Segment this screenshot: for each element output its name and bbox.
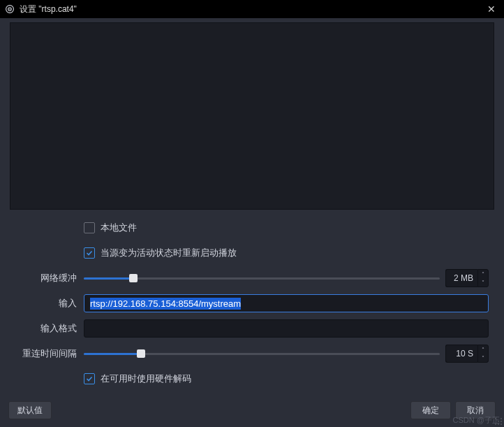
resize-grip[interactable]: [495, 418, 503, 426]
bottom-bar: 默认值 确定 取消: [0, 396, 504, 427]
restart-playback-checkbox[interactable]: 当源变为活动状态时重新启动播放: [84, 247, 489, 259]
buffer-value: 2 MB: [445, 269, 477, 287]
reconnect-slider[interactable]: [84, 348, 440, 359]
checkbox-icon: [84, 222, 95, 233]
hw-decode-label: 在可用时使用硬件解码: [101, 372, 191, 385]
properties-form: 本地文件 当源变为活动状态时重新启动播放 网络缓冲 2 MB ˄ ˅: [0, 215, 504, 389]
window-title: 设置 "rtsp.cat4": [20, 3, 77, 15]
input-value: rtsp://192.168.75.154:8554/mystream: [90, 298, 241, 310]
svg-point-2: [9, 8, 10, 10]
preview-area: [10, 22, 494, 210]
cancel-button[interactable]: 取消: [455, 401, 496, 419]
app-icon: [4, 3, 15, 15]
checkbox-icon: [84, 247, 95, 259]
restart-playback-label: 当源变为活动状态时重新启动播放: [101, 247, 237, 259]
local-file-checkbox[interactable]: 本地文件: [84, 222, 489, 234]
reconnect-value: 10 S: [445, 345, 477, 363]
input-field[interactable]: rtsp://192.168.75.154:8554/mystream: [84, 294, 489, 312]
chevron-up-icon[interactable]: ˄: [478, 345, 488, 354]
reconnect-spinbox[interactable]: 10 S ˄ ˅: [445, 345, 489, 363]
chevron-up-icon[interactable]: ˄: [478, 270, 488, 278]
close-icon[interactable]: ✕: [483, 3, 500, 15]
buffer-label: 网络缓冲: [15, 272, 84, 284]
local-file-label: 本地文件: [101, 222, 137, 234]
ok-button[interactable]: 确定: [410, 401, 451, 419]
format-label: 输入格式: [15, 322, 84, 335]
format-field[interactable]: [84, 319, 489, 338]
chevron-down-icon[interactable]: ˅: [478, 278, 488, 287]
titlebar: 设置 "rtsp.cat4" ✕: [0, 0, 504, 18]
buffer-slider[interactable]: [84, 273, 440, 284]
reconnect-label: 重连时间间隔: [15, 347, 84, 360]
defaults-button[interactable]: 默认值: [8, 401, 52, 419]
hw-decode-checkbox[interactable]: 在可用时使用硬件解码: [84, 372, 489, 385]
buffer-spinbox[interactable]: 2 MB ˄ ˅: [445, 269, 489, 287]
checkbox-icon: [84, 373, 95, 384]
input-label: 输入: [15, 297, 84, 310]
chevron-down-icon[interactable]: ˅: [478, 354, 488, 362]
